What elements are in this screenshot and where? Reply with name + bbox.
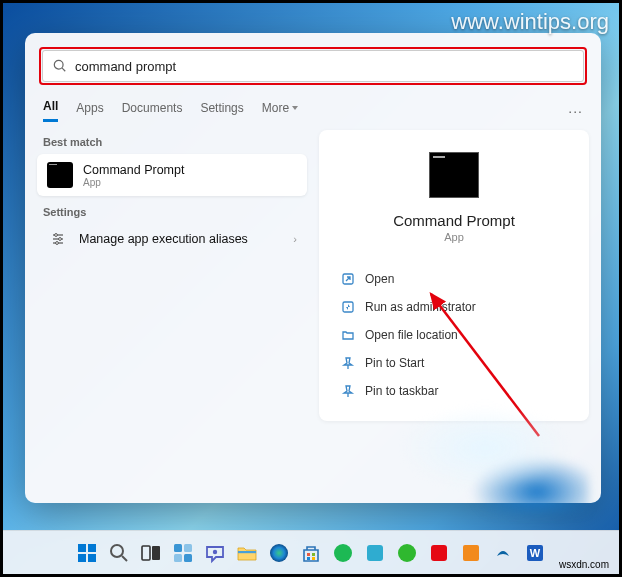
svg-line-1 <box>62 68 65 71</box>
detail-pane: Command Prompt App Open Run as administr… <box>319 130 589 421</box>
svg-text:W: W <box>530 547 541 559</box>
action-label: Open file location <box>365 328 458 342</box>
result-title: Command Prompt <box>83 163 184 177</box>
taskbar: W <box>3 530 619 574</box>
settings-item-manage-aliases[interactable]: Manage app execution aliases › <box>37 224 307 254</box>
svg-point-32 <box>398 544 416 562</box>
taskbar-chat-icon[interactable] <box>202 540 228 566</box>
action-label: Run as administrator <box>365 300 476 314</box>
svg-rect-34 <box>463 545 479 561</box>
taskbar-edge-icon[interactable] <box>266 540 292 566</box>
svg-rect-29 <box>312 557 315 560</box>
command-prompt-icon <box>47 162 73 188</box>
taskbar-app-icon[interactable] <box>426 540 452 566</box>
svg-rect-31 <box>367 545 383 561</box>
svg-point-5 <box>59 238 62 241</box>
action-run-admin[interactable]: Run as administrator <box>337 293 571 321</box>
results-column: Best match Command Prompt App Settings M… <box>37 130 307 421</box>
svg-rect-27 <box>312 553 315 556</box>
svg-rect-11 <box>78 544 86 552</box>
svg-rect-12 <box>88 544 96 552</box>
tab-settings[interactable]: Settings <box>200 101 243 121</box>
svg-rect-17 <box>142 546 150 560</box>
action-label: Pin to taskbar <box>365 384 438 398</box>
tab-more[interactable]: More <box>262 101 298 121</box>
action-open-location[interactable]: Open file location <box>337 321 571 349</box>
action-label: Open <box>365 272 394 286</box>
taskbar-start-icon[interactable] <box>74 540 100 566</box>
best-match-label: Best match <box>43 136 301 148</box>
open-icon <box>341 272 355 286</box>
settings-section-label: Settings <box>43 206 301 218</box>
detail-type: App <box>444 231 464 243</box>
folder-icon <box>341 328 355 342</box>
action-pin-start[interactable]: Pin to Start <box>337 349 571 377</box>
svg-point-0 <box>54 60 63 69</box>
chevron-right-icon: › <box>293 233 297 245</box>
overflow-icon[interactable]: ··· <box>568 103 583 119</box>
taskbar-search-icon[interactable] <box>106 540 132 566</box>
svg-point-7 <box>56 242 59 245</box>
search-icon <box>53 59 67 73</box>
taskbar-store-icon[interactable] <box>298 540 324 566</box>
taskbar-app-icon[interactable] <box>394 540 420 566</box>
search-box-highlight <box>39 47 587 85</box>
svg-rect-21 <box>174 554 182 562</box>
svg-rect-14 <box>88 554 96 562</box>
taskbar-app-icon[interactable] <box>362 540 388 566</box>
svg-rect-24 <box>238 551 256 553</box>
admin-icon <box>341 300 355 314</box>
watermark-bottom: wsxdn.com <box>559 559 609 570</box>
start-search-panel: All Apps Documents Settings More ··· Bes… <box>25 33 601 503</box>
svg-rect-13 <box>78 554 86 562</box>
sliders-icon <box>47 232 69 246</box>
settings-item-label: Manage app execution aliases <box>79 232 248 246</box>
svg-rect-19 <box>174 544 182 552</box>
svg-point-30 <box>334 544 352 562</box>
taskbar-explorer-icon[interactable] <box>234 540 260 566</box>
taskbar-app-icon[interactable] <box>330 540 356 566</box>
svg-rect-33 <box>431 545 447 561</box>
watermark-top: www.wintips.org <box>451 9 609 35</box>
command-prompt-icon-large <box>429 152 479 198</box>
taskbar-word-icon[interactable]: W <box>522 540 548 566</box>
taskbar-widgets-icon[interactable] <box>170 540 196 566</box>
result-subtitle: App <box>83 177 184 188</box>
detail-title: Command Prompt <box>393 212 515 229</box>
svg-rect-28 <box>307 557 310 560</box>
tab-apps[interactable]: Apps <box>76 101 103 121</box>
svg-rect-18 <box>152 546 160 560</box>
tab-all[interactable]: All <box>43 99 58 122</box>
taskbar-app-icon[interactable] <box>458 540 484 566</box>
svg-point-25 <box>270 544 288 562</box>
search-input[interactable] <box>75 59 573 74</box>
best-match-item[interactable]: Command Prompt App <box>37 154 307 196</box>
svg-rect-22 <box>184 554 192 562</box>
svg-point-3 <box>55 234 58 237</box>
action-label: Pin to Start <box>365 356 424 370</box>
filter-tabs: All Apps Documents Settings More ··· <box>43 99 583 122</box>
taskbar-app-icon[interactable] <box>490 540 516 566</box>
svg-rect-26 <box>307 553 310 556</box>
action-pin-taskbar[interactable]: Pin to taskbar <box>337 377 571 405</box>
search-box[interactable] <box>42 50 584 82</box>
taskbar-taskview-icon[interactable] <box>138 540 164 566</box>
svg-rect-20 <box>184 544 192 552</box>
svg-point-15 <box>111 545 123 557</box>
svg-line-16 <box>122 556 127 561</box>
svg-point-23 <box>213 549 217 553</box>
tab-documents[interactable]: Documents <box>122 101 183 121</box>
pin-icon <box>341 384 355 398</box>
pin-icon <box>341 356 355 370</box>
detail-actions: Open Run as administrator Open file loca… <box>337 265 571 405</box>
action-open[interactable]: Open <box>337 265 571 293</box>
